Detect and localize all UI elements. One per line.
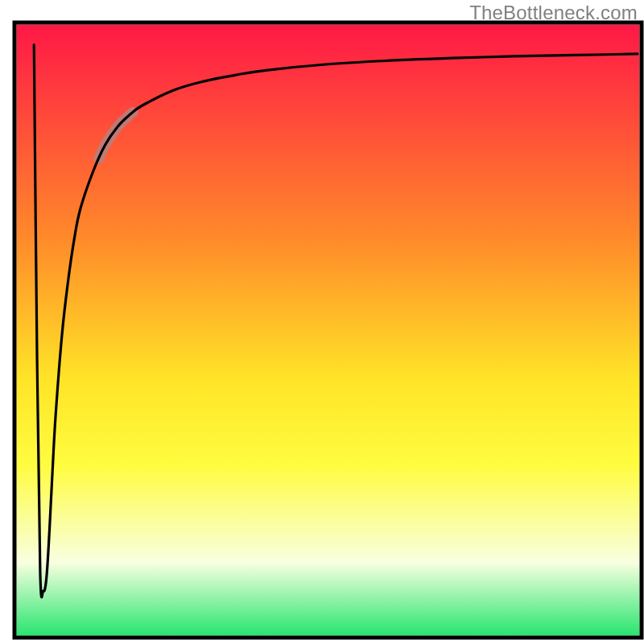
watermark-text: TheBottleneck.com (469, 2, 638, 24)
chart-stage: TheBottleneck.com (0, 0, 644, 644)
gradient-background (17, 25, 640, 636)
bottleneck-chart (0, 0, 644, 644)
